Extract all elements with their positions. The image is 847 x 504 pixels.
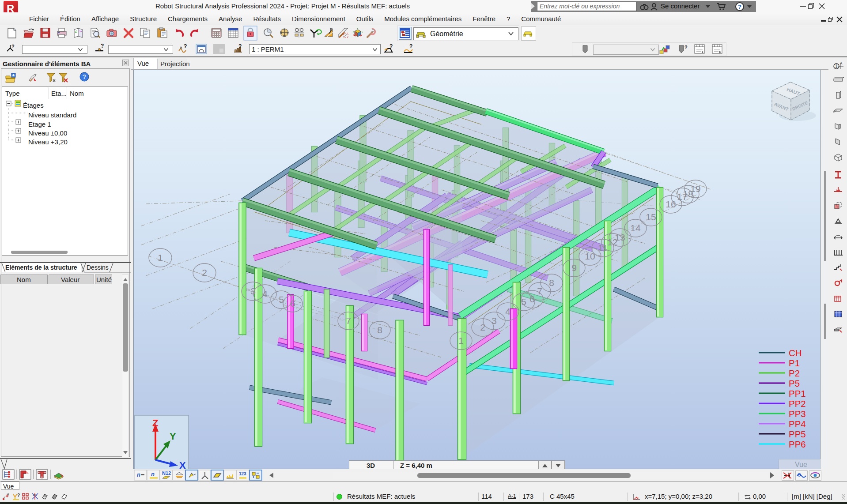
svg-text:2: 2 — [480, 322, 485, 332]
svg-text:?: ? — [184, 43, 187, 49]
svg-text:15: 15 — [646, 212, 656, 222]
svg-text:PP1: PP1 — [789, 388, 806, 399]
svg-text:P5: P5 — [789, 378, 800, 388]
svg-text:Z: Z — [152, 417, 158, 429]
svg-text:?: ? — [738, 4, 741, 10]
svg-text:?: ? — [684, 45, 688, 50]
svg-text:n: n — [137, 471, 140, 478]
svg-text:4: 4 — [505, 306, 510, 316]
svg-text:?: ? — [11, 44, 15, 49]
svg-text:?: ? — [389, 43, 393, 49]
svg-text:Y: Y — [170, 431, 176, 442]
svg-text:PP3: PP3 — [789, 409, 806, 419]
svg-text:2: 2 — [202, 267, 207, 278]
svg-text:16: 16 — [666, 199, 676, 209]
svg-text:?: ? — [82, 73, 86, 80]
svg-text:13: 13 — [615, 232, 625, 242]
svg-text:?: ? — [101, 43, 104, 49]
svg-text:?: ? — [17, 493, 20, 498]
svg-text:1: 1 — [458, 335, 464, 346]
svg-text:5: 5 — [521, 297, 526, 307]
svg-text:PP2: PP2 — [789, 399, 806, 409]
svg-text:4: 4 — [262, 289, 268, 299]
svg-text:n: n — [151, 471, 155, 478]
svg-text:CH: CH — [789, 348, 802, 358]
svg-text:P1: P1 — [789, 358, 800, 368]
svg-text:P2: P2 — [789, 368, 800, 378]
svg-text:PP5: PP5 — [789, 429, 806, 439]
svg-text:X: X — [179, 460, 186, 469]
svg-text:1: 1 — [835, 64, 838, 69]
svg-text:3: 3 — [250, 286, 256, 296]
svg-text:PP4: PP4 — [789, 419, 806, 429]
svg-text:?: ? — [409, 43, 412, 49]
svg-text:8: 8 — [377, 325, 382, 335]
svg-text:3: 3 — [492, 316, 497, 326]
svg-text:11: 11 — [598, 243, 608, 253]
svg-text:?: ? — [238, 43, 242, 49]
svg-text:9: 9 — [571, 263, 577, 273]
svg-text:6: 6 — [290, 298, 295, 308]
svg-text:PP6: PP6 — [789, 439, 806, 449]
svg-text:19: 19 — [690, 184, 700, 194]
svg-text:8: 8 — [549, 278, 554, 288]
svg-text:14: 14 — [630, 223, 641, 233]
svg-text:N12: N12 — [162, 470, 171, 476]
svg-text:1: 1 — [158, 252, 163, 263]
svg-text:123: 123 — [239, 471, 246, 476]
svg-text:7: 7 — [346, 316, 351, 326]
svg-text:A: A — [840, 61, 843, 65]
svg-text:7: 7 — [537, 286, 542, 296]
